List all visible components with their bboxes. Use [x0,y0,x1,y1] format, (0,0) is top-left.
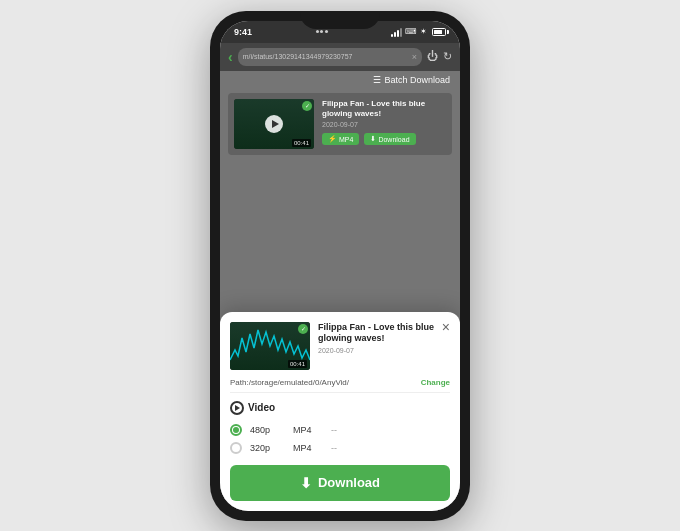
main-download-button[interactable]: ⬇ Download [230,465,450,501]
quality-row-320p[interactable]: 320p MP4 -- [230,439,450,457]
batch-download-bar: ☰ Batch Download [220,71,460,89]
wifi-icon: ⌨ [405,27,417,36]
quality-label-320p: 320p [250,443,285,453]
power-icon[interactable]: ⏻ [427,50,438,63]
video-card: 00:41 Filippa Fan - Love this blue glowi… [228,93,452,155]
video-duration: 00:41 [292,139,311,147]
signal-bars-icon [391,27,402,37]
phone-frame: 9:41 ⌨ ✶ ‹ m/i/status/130291413449792307… [210,11,470,521]
sheet-path: Path:/storage/emulated/0/AnyVid/ [230,378,349,387]
video-actions: ⚡ MP4 ⬇ Download [322,133,446,145]
sheet-close-button[interactable]: × [442,320,450,334]
sheet-duration: 00:41 [288,360,307,368]
notch [300,11,380,29]
sheet-section-title: Video [230,401,450,415]
quality-size-320p: -- [331,443,337,453]
quality-row-480p[interactable]: 480p MP4 -- [230,421,450,439]
sheet-change-button[interactable]: Change [421,378,450,387]
list-icon: ☰ [373,75,381,85]
status-time: 9:41 [234,27,252,37]
sheet-video-date: 2020-09-07 [318,347,450,354]
refresh-icon[interactable]: ↻ [443,50,452,63]
sheet-thumbnail: 00:41 [230,322,310,370]
sheet-video-info: Filippa Fan - Love this blue glowing wav… [318,322,450,370]
bottom-sheet: × 00:41 Filippa Fan - Love this blue glo… [220,312,460,511]
battery-icon [432,28,446,36]
radio-320p[interactable] [230,442,242,454]
download-button[interactable]: ⬇ Download [364,133,415,145]
mp4-button[interactable]: ⚡ MP4 [322,133,359,145]
quality-label-480p: 480p [250,425,285,435]
download-btn-icon: ⬇ [300,475,312,491]
status-badge [302,101,312,111]
back-button[interactable]: ‹ [228,49,233,65]
sheet-video-title: Filippa Fan - Love this blue glowing wav… [318,322,450,345]
download-icon: ⬇ [370,135,376,143]
app-content: ☰ Batch Download 00:41 [220,71,460,511]
play-button[interactable] [265,115,283,133]
video-section-icon [230,401,244,415]
bolt-icon: ⚡ [328,135,337,143]
quality-format-480p: MP4 [293,425,323,435]
url-input-field[interactable]: m/i/status/13029141344979230757 × [238,48,422,66]
phone-screen: 9:41 ⌨ ✶ ‹ m/i/status/130291413449792307… [220,21,460,511]
quality-size-480p: -- [331,425,337,435]
sheet-status-badge [298,324,308,334]
url-text: m/i/status/13029141344979230757 [243,53,353,60]
url-actions: ⏻ ↻ [427,50,452,63]
url-bar: ‹ m/i/status/13029141344979230757 × ⏻ ↻ [220,43,460,71]
batch-download-label[interactable]: ☰ Batch Download [373,75,450,85]
video-title: Filippa Fan - Love this blue glowing wav… [322,99,446,120]
video-thumbnail[interactable]: 00:41 [234,99,314,149]
bluetooth-icon: ✶ [420,27,427,36]
radio-480p[interactable] [230,424,242,436]
url-clear-button[interactable]: × [412,52,417,62]
download-btn-label: Download [318,475,380,490]
status-icons: ⌨ ✶ [391,27,446,37]
video-info: Filippa Fan - Love this blue glowing wav… [322,99,446,149]
video-date: 2020-09-07 [322,121,446,128]
sheet-video-row: 00:41 Filippa Fan - Love this blue glowi… [230,322,450,370]
quality-format-320p: MP4 [293,443,323,453]
sheet-path-row: Path:/storage/emulated/0/AnyVid/ Change [230,378,450,393]
dots-menu [316,30,328,33]
